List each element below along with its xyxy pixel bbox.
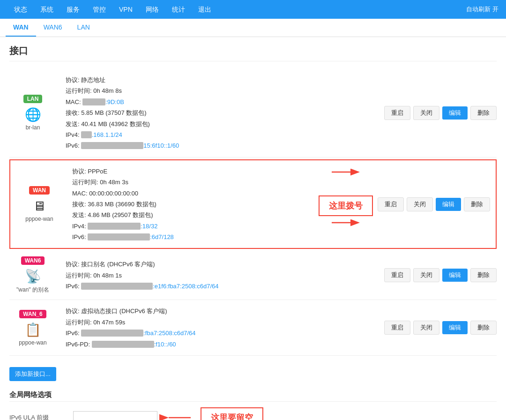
lan-protocol-label: 协议:: [66, 76, 81, 83]
lan-info: 协议: 静态地址 运行时间: 0h 48m 8s MAC: xx:9D:0B 接…: [66, 75, 384, 151]
tab-lan[interactable]: LAN: [70, 19, 97, 37]
wan-restart-button[interactable]: 重启: [378, 197, 404, 211]
wan6-virt-ipv6-label: IPv6:: [66, 330, 81, 337]
lan-uptime-value: 0h 48m 8s: [93, 87, 122, 94]
wan-close-button[interactable]: 关闭: [407, 197, 433, 211]
wan-6-delete-button[interactable]: 删除: [470, 321, 497, 335]
wan-actions: 重启 关闭 编辑 删除: [378, 197, 490, 211]
wan-6-actions: 重启 关闭 编辑 删除: [384, 321, 497, 335]
wan-mac-label: MAC:: [72, 190, 89, 197]
wan-edit-button[interactable]: 编辑: [436, 198, 461, 211]
wan6-info: 协议: 接口别名 (DHCPv6 客户端) 运行时间: 0h 48m 1s IP…: [66, 259, 384, 292]
wan-ipv4-value: xx:18/32: [88, 223, 157, 230]
wan-protocol-value: PPPoE: [88, 168, 107, 175]
wan6-protocol-value: 接口别名 (DHCPv6 客户端): [81, 261, 155, 268]
wan6-virt-protocol-value: 虚拟动态接口 (DHCPv6 客户端): [81, 308, 167, 315]
add-interface-button[interactable]: 添加新接口...: [9, 367, 56, 381]
nav-status[interactable]: 状态: [7, 0, 34, 19]
wan6-close-button[interactable]: 关闭: [413, 268, 439, 282]
wan6-virt-ipv6pd-value: xx:f10::/60: [92, 341, 176, 348]
top-navigation: 状态 系统 服务 管控 VPN 网络 统计 退出 自动刷新 开: [0, 0, 506, 19]
lan-restart-button[interactable]: 重启: [384, 106, 410, 120]
tab-wan6[interactable]: WAN6: [36, 19, 70, 37]
nav-service[interactable]: 服务: [60, 0, 86, 19]
lan-actions: 重启 关闭 编辑 删除: [384, 106, 497, 120]
wan-ipv6-label: IPv6:: [72, 233, 88, 240]
wan6-delete-button[interactable]: 删除: [470, 268, 497, 282]
ula-input[interactable]: [73, 411, 157, 420]
wan-uptime-label: 运行时间:: [72, 179, 100, 186]
wan6-virt-uptime-label: 运行时间:: [66, 319, 93, 326]
wan6-restart-button[interactable]: 重启: [384, 268, 410, 282]
wan-6-restart-button[interactable]: 重启: [384, 321, 410, 335]
auto-refresh-toggle[interactable]: 自动刷新 开: [466, 5, 499, 14]
wan-delete-button[interactable]: 删除: [464, 197, 490, 211]
lan-tx-value: 40.41 MB (43962 数据包): [81, 120, 150, 128]
section-title: 接口: [9, 45, 497, 61]
wan6-actions: 重启 关闭 编辑 删除: [384, 268, 497, 282]
wan-mac-value: 00:00:00:00:00:00: [89, 190, 138, 197]
ula-annotation-label: 这里要留空: [201, 407, 263, 420]
wan-rx-value: 36.83 MB (36690 数据包): [88, 201, 156, 208]
tab-wan[interactable]: WAN: [6, 19, 36, 37]
ula-label: IPv6 ULA 前缀: [9, 413, 66, 420]
wan6-edit-button[interactable]: 编辑: [442, 269, 468, 282]
lan-close-button[interactable]: 关闭: [413, 106, 439, 120]
wan6-virt-ipv6pd-label: IPv6-PD:: [66, 341, 92, 348]
nav-logout[interactable]: 退出: [192, 0, 218, 19]
wan-info: 协议: PPPoE 运行时间: 0h 48m 3s MAC: 00:00:00:…: [72, 166, 314, 243]
nav-vpn[interactable]: VPN: [112, 0, 139, 19]
interface-card-wan-6: WAN_6 📋 pppoe-wan: [9, 310, 56, 346]
lan-uptime-label: 运行时间:: [66, 87, 93, 94]
wan-6-close-button[interactable]: 关闭: [413, 321, 439, 335]
global-section-title: 全局网络选项: [9, 390, 497, 402]
wan6-badge: WAN6: [21, 256, 45, 265]
wan-protocol-label: 协议:: [72, 168, 88, 175]
lan-ipv4-value: x.168.1.1/24: [81, 131, 122, 138]
interface-row-wan: WAN 🖥 pppoe-wan 协议: PPPoE 运行时间: 0h 48m 3…: [9, 159, 497, 249]
interface-row-wan6: WAN6 📡 "wan" 的别名 协议: 接口别名 (DHCPv6 客户端) 运…: [9, 251, 497, 300]
interface-row-wan-6: WAN_6 📋 pppoe-wan 协议: 虚拟动态接口 (DHCPv6 客户端…: [9, 300, 497, 356]
nav-system[interactable]: 系统: [34, 0, 60, 19]
lan-protocol-value: 静态地址: [81, 76, 105, 83]
wan6-ipv6-value: xx:e1f6:fba7:2508:c6d7/64: [81, 283, 218, 290]
nav-stats[interactable]: 统计: [165, 0, 192, 19]
wan-6-info: 协议: 虚拟动态接口 (DHCPv6 客户端) 运行时间: 0h 47m 59s…: [66, 306, 384, 350]
wan-rx-label: 接收:: [72, 201, 88, 208]
wan-6-name: pppoe-wan: [9, 339, 56, 346]
wan6-uptime-value: 0h 48m 1s: [93, 272, 122, 279]
wan-ipv4-label: IPv4:: [72, 223, 88, 230]
lan-delete-button[interactable]: 删除: [470, 106, 497, 120]
nav-control[interactable]: 管控: [86, 0, 112, 19]
lan-mac-value: xx:9D:0B: [82, 98, 124, 105]
wan-6-badge: WAN_6: [19, 310, 46, 318]
lan-rx-label: 接收:: [66, 109, 81, 116]
lan-badge: LAN: [23, 95, 43, 103]
wan-name: pppoe-wan: [16, 216, 63, 222]
wan-arrow-annotation2: [327, 218, 365, 241]
ula-form-row: IPv6 ULA 前缀 这里要留空: [9, 407, 497, 420]
main-content: 接口 LAN 🌐 br-lan 协议: 静态地址 运行时间: 0h 48m 8s…: [0, 37, 506, 420]
wan6-uptime-label: 运行时间:: [66, 272, 93, 279]
wan-6-edit-button[interactable]: 编辑: [442, 321, 468, 334]
nav-network[interactable]: 网络: [139, 0, 165, 19]
wan-badge: WAN: [29, 186, 50, 195]
wan6-virt-protocol-label: 协议:: [66, 308, 81, 315]
wan-ipv6-value: xx:6d7/128: [88, 233, 174, 240]
interface-row-lan: LAN 🌐 br-lan 协议: 静态地址 运行时间: 0h 48m 8s MA…: [9, 69, 497, 158]
wan6-icon: 📡: [9, 269, 56, 284]
wan-arrow-annotation: [327, 167, 365, 195]
wan-tx-label: 发送:: [72, 211, 88, 218]
tab-bar: WAN WAN6 LAN: [0, 19, 506, 37]
wan-tx-value: 4.86 MB (29507 数据包): [88, 211, 153, 218]
lan-name: br-lan: [9, 124, 56, 131]
wan6-protocol-label: 协议:: [66, 261, 81, 268]
lan-edit-button[interactable]: 编辑: [442, 106, 468, 120]
lan-ipv4-label: IPv4:: [66, 131, 81, 138]
interface-card-lan: LAN 🌐 br-lan: [9, 95, 56, 131]
lan-ipv6-value: xx15:6f10::1/60: [81, 142, 179, 149]
add-interface-area: 添加新接口...: [9, 361, 497, 385]
wan-icon: 🖥: [16, 198, 63, 214]
lan-mac-label: MAC:: [66, 98, 82, 105]
wan6-virt-ipv6-value: xx:fba7:2508:c6d7/64: [81, 330, 195, 337]
